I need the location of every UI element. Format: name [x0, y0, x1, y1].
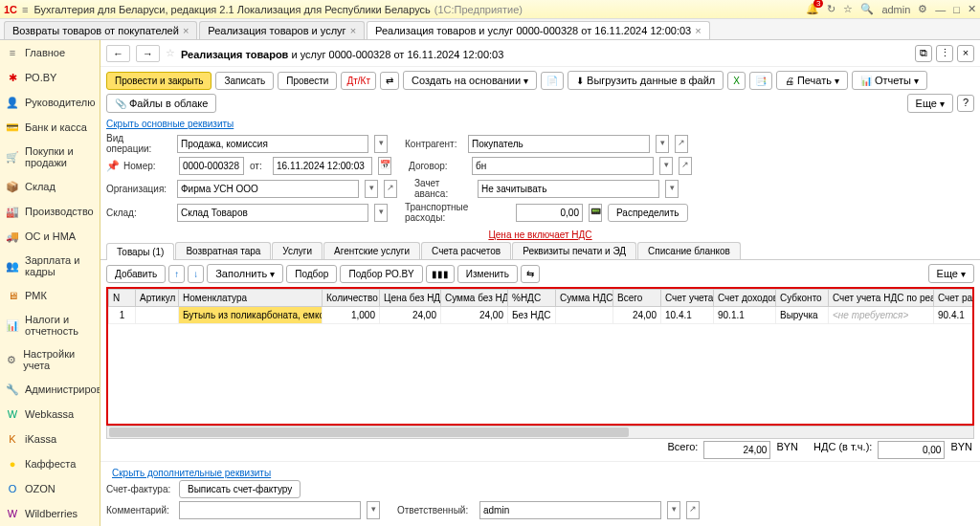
operation-type-input[interactable] [177, 135, 368, 153]
sidebar-item[interactable]: ✱РО.BY [0, 65, 100, 90]
number-input[interactable] [179, 157, 244, 175]
star-icon[interactable]: ☆ [166, 47, 175, 59]
sidebar-item[interactable]: 🔧Администрирование [0, 377, 100, 402]
tab-sales-doc[interactable]: Реализация товаров и услуг 0000-000328 о… [367, 21, 710, 39]
sidebar-item[interactable]: 🏭Производство [0, 199, 100, 224]
counterparty-input[interactable] [468, 135, 650, 153]
sidebar-item[interactable]: ⚙Настройки учета [0, 342, 100, 377]
hide-extra-link[interactable]: Скрыть дополнительные реквизиты [112, 468, 271, 478]
split-icon[interactable]: ⇆ [521, 265, 540, 283]
maximize-icon[interactable]: □ [953, 4, 960, 15]
sidebar-item[interactable]: 📊Налоги и отчетность [0, 308, 100, 342]
comment-input[interactable] [179, 501, 361, 519]
distribute-button[interactable]: Распределить [608, 204, 688, 222]
column-header[interactable]: Счет расходов [934, 290, 975, 307]
doc-tab[interactable]: Реквизиты печати и ЭД [512, 242, 636, 259]
sidebar-item[interactable]: 🖥РМК [0, 283, 100, 308]
move-up-icon[interactable]: ↑ [168, 265, 185, 283]
history-icon[interactable]: ↻ [827, 3, 835, 15]
column-header[interactable]: Счет учета [661, 290, 714, 307]
open-ref-icon[interactable]: ↗ [679, 157, 692, 175]
dropdown-icon[interactable]: ▾ [665, 180, 679, 198]
dropdown-icon[interactable]: ▾ [374, 135, 388, 153]
write-button[interactable]: Записать [215, 72, 274, 90]
column-header[interactable]: Артикул [136, 290, 179, 307]
sidebar-item[interactable]: WWildberries [0, 501, 100, 526]
settings-icon[interactable]: ⚙ [918, 3, 927, 15]
more-button[interactable]: Еще ▾ [907, 94, 953, 113]
tab-close-icon[interactable]: × [350, 25, 356, 36]
dropdown-icon[interactable]: ▾ [667, 501, 680, 519]
close-icon[interactable]: ✕ [968, 3, 976, 15]
doc-tab[interactable]: Агентские услуги [323, 242, 420, 259]
pdf-icon[interactable]: 📄 [541, 72, 564, 90]
open-ref-icon[interactable]: ↗ [384, 180, 397, 198]
pick-button[interactable]: Подбор [286, 265, 337, 283]
sidebar-item[interactable]: 📦Склад [0, 174, 100, 199]
dropdown-icon[interactable]: ▾ [365, 180, 378, 198]
notification-icon[interactable]: 🔔3 [806, 3, 819, 15]
column-header[interactable]: N [109, 290, 136, 307]
tab-close-icon[interactable]: × [695, 25, 701, 36]
transport-input[interactable] [516, 204, 583, 222]
sidebar-item[interactable]: 🚚ОС и НМА [0, 224, 100, 249]
sidebar-item[interactable]: 👥Зарплата и кадры [0, 249, 100, 283]
doc-tab[interactable]: Возвратная тара [175, 242, 271, 259]
open-ref-icon[interactable]: ↗ [686, 501, 700, 519]
org-input[interactable] [177, 180, 359, 198]
column-header[interactable]: Цена без НДС [380, 290, 441, 307]
hide-main-link[interactable]: Скрыть основные реквизиты [106, 119, 974, 129]
doc-tab[interactable]: Списание бланков [637, 242, 741, 259]
column-header[interactable]: Субконто [776, 290, 829, 307]
calc-icon[interactable]: 📟 [589, 204, 602, 222]
post-button[interactable]: Провести [278, 72, 337, 90]
nav-fwd-button[interactable]: → [136, 45, 160, 62]
doc-icon[interactable]: 📑 [749, 72, 772, 90]
open-ref-icon[interactable]: ↗ [675, 135, 688, 153]
column-header[interactable]: Номенклатура [179, 290, 323, 307]
window-close-icon[interactable]: × [957, 45, 974, 62]
column-header[interactable]: Всего [613, 290, 661, 307]
warehouse-input[interactable] [177, 204, 368, 222]
pinned-icon[interactable]: 📌 [106, 160, 118, 172]
write-invoice-button[interactable]: Выписать счет-фактуру [179, 480, 301, 498]
advance-input[interactable] [478, 180, 659, 198]
minimize-icon[interactable]: — [935, 4, 946, 15]
column-header[interactable]: Счет доходов [714, 290, 776, 307]
sidebar-item[interactable]: 👤Руководителю [0, 90, 100, 115]
doc-tab[interactable]: Услуги [272, 242, 323, 259]
pick-roby-button[interactable]: Подбор РО.BY [340, 265, 422, 283]
table-row[interactable]: 1 Бутыль из поликарбоната, емкость 18.9л… [109, 307, 975, 324]
excel-icon[interactable]: X [727, 72, 746, 90]
column-header[interactable]: Количество [323, 290, 380, 307]
column-header[interactable]: %НДС [508, 290, 556, 307]
sidebar-item[interactable]: 🛒Покупки и продажи [0, 140, 100, 174]
user-label[interactable]: admin [881, 4, 910, 15]
sidebar-item[interactable]: ●Каффеста [0, 451, 100, 476]
table-more-button[interactable]: Еще ▾ [928, 264, 974, 283]
sidebar-item[interactable]: 💳Банк и касса [0, 115, 100, 140]
structure-icon[interactable]: ⇄ [380, 72, 399, 90]
print-button[interactable]: 🖨 Печать ▾ [776, 71, 848, 90]
sidebar-item[interactable]: ≡Главное [0, 40, 100, 65]
create-based-button[interactable]: Создать на основании ▾ [403, 71, 537, 90]
column-header[interactable]: Счет учета НДС по реализ. [829, 290, 934, 307]
fill-button[interactable]: Заполнить ▾ [207, 264, 283, 283]
export-file-button[interactable]: ⬇ Выгрузить данные в файл [568, 71, 724, 90]
post-and-close-button[interactable]: Провести и закрыть [106, 72, 212, 90]
vat-mode-link[interactable]: Цена не включает НДС [488, 230, 591, 240]
doc-tab[interactable]: Товары (1) [106, 243, 174, 260]
search-icon[interactable]: 🔍 [860, 3, 874, 15]
move-down-icon[interactable]: ↓ [188, 265, 204, 283]
tab-returns[interactable]: Возвраты товаров от покупателей× [4, 21, 197, 39]
nomenclature-cell[interactable]: Бутыль из поликарбоната, емкость 18.9л [179, 307, 323, 324]
goods-table[interactable]: NАртикулНоменклатураКоличествоЦена без Н… [106, 287, 974, 426]
dropdown-icon[interactable]: ▾ [656, 135, 669, 153]
calendar-icon[interactable]: 📅 [378, 157, 391, 175]
window-menu-icon[interactable]: ⋮ [936, 45, 953, 62]
nav-back-button[interactable]: ← [106, 45, 130, 62]
date-input[interactable] [273, 157, 372, 175]
dt-kt-icon[interactable]: Дт/Кт [341, 72, 376, 90]
contract-input[interactable] [472, 157, 654, 175]
column-header[interactable]: Сумма без НДС [441, 290, 508, 307]
